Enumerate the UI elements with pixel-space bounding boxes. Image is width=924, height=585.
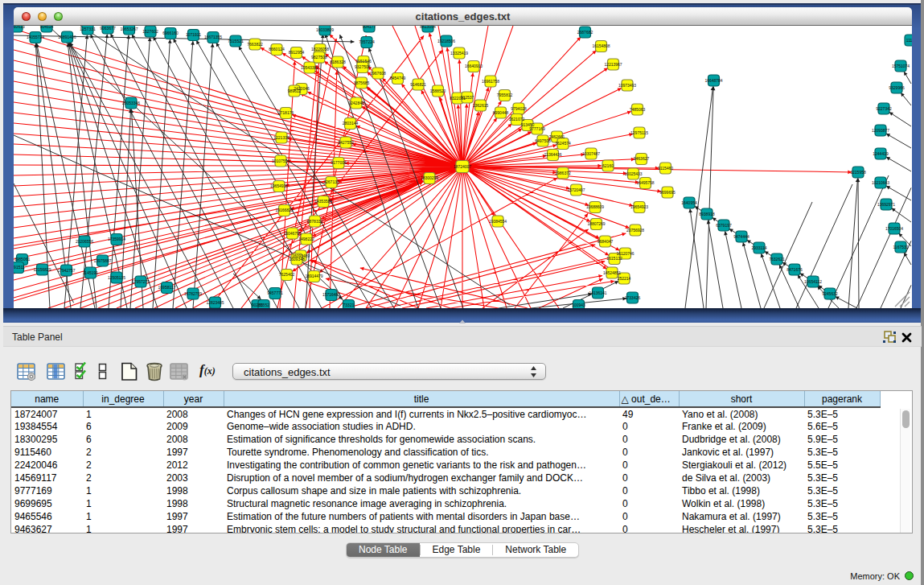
svg-text:8186328: 8186328 [330,60,346,64]
svg-text:1112: 1112 [906,38,912,43]
svg-text:10653267: 10653267 [120,27,138,31]
svg-text:1244419: 1244419 [873,151,889,156]
svg-text:12213967: 12213967 [604,62,622,67]
svg-text:3267130: 3267130 [323,179,339,184]
svg-text:6966160: 6966160 [162,31,179,35]
svg-text:18807269: 18807269 [587,221,605,226]
svg-text:3875685: 3875685 [354,80,370,85]
svg-text:1640954: 1640954 [681,200,697,205]
svg-text:12823485: 12823485 [206,300,224,305]
svg-text:9684047: 9684047 [598,239,614,244]
svg-text:16640910: 16640910 [465,64,483,68]
svg-text:17957275: 17957275 [132,279,150,284]
svg-text:15716485: 15716485 [322,292,340,297]
svg-text:252214: 252214 [618,276,631,281]
svg-text:8878332: 8878332 [307,219,323,224]
svg-text:9151546: 9151546 [355,59,372,64]
svg-text:1527602: 1527602 [142,29,158,34]
svg-text:8471676: 8471676 [786,267,803,272]
svg-text:20206556: 20206556 [76,239,93,244]
svg-text:19218506: 19218506 [437,39,455,43]
svg-text:7357224: 7357224 [359,39,375,44]
svg-text:13975887: 13975887 [93,258,111,263]
svg-text:9699695: 9699695 [659,190,676,195]
svg-text:81552: 81552 [258,303,269,307]
svg-text:9227342: 9227342 [876,106,892,111]
svg-text:12505135: 12505135 [108,275,125,280]
svg-text:904514: 904514 [40,26,54,29]
svg-text:2803144: 2803144 [343,121,359,126]
svg-text:7955812: 7955812 [497,93,513,97]
svg-text:9457771: 9457771 [267,290,283,295]
svg-text:14353584: 14353584 [314,199,332,204]
svg-text:1362615: 1362615 [473,103,489,108]
svg-text:100943: 100943 [572,303,585,307]
svg-text:9777169: 9777169 [529,126,545,131]
svg-text:19654923: 19654923 [630,204,648,209]
svg-text:19166825: 19166825 [275,208,293,212]
svg-text:17942757: 17942757 [57,268,75,273]
svg-text:1221338: 1221338 [273,135,290,140]
svg-text:16958117: 16958117 [158,285,176,290]
svg-text:989612: 989612 [288,89,302,93]
svg-text:10307487: 10307487 [582,151,600,156]
svg-text:391511: 391511 [14,265,25,270]
svg-text:13325419: 13325419 [450,51,468,56]
svg-text:2986372: 2986372 [555,171,571,175]
svg-text:7663822: 7663822 [247,42,263,47]
svg-text:1167531: 1167531 [893,245,908,249]
svg-text:6379197: 6379197 [716,223,732,228]
svg-text:1733426: 1733426 [625,295,641,300]
svg-text:20756928: 20756928 [626,228,644,233]
svg-text:16033809: 16033809 [316,27,334,32]
svg-text:16914479: 16914479 [305,274,322,278]
svg-text:10107554: 10107554 [272,159,290,163]
svg-text:9115460: 9115460 [658,166,673,171]
svg-text:12093877: 12093877 [872,128,889,133]
svg-text:1985061: 1985061 [14,257,31,262]
svg-text:9146821: 9146821 [410,82,426,87]
svg-text:16671355: 16671355 [204,35,222,39]
svg-text:17016504: 17016504 [885,226,903,231]
svg-text:16120746: 16120746 [616,251,634,256]
svg-text:8813054: 8813054 [420,26,436,29]
svg-text:19654935: 19654935 [270,183,288,188]
svg-text:9474444: 9474444 [733,234,749,239]
svg-text:17359914: 17359914 [108,237,125,241]
svg-text:10543382: 10543382 [301,65,318,70]
svg-text:2933114: 2933114 [751,245,766,250]
svg-text:2687682: 2687682 [577,30,593,35]
svg-text:3215958: 3215958 [850,170,866,175]
svg-text:9245632: 9245632 [822,291,838,296]
svg-text:2718176: 2718176 [278,110,294,115]
svg-text:7625402: 7625402 [279,272,295,277]
svg-text:2260613: 2260613 [14,26,25,29]
svg-text:1145191: 1145191 [83,270,98,275]
svg-text:8660124: 8660124 [269,47,285,51]
svg-text:2967608: 2967608 [370,71,386,76]
svg-text:7632621: 7632621 [769,257,785,262]
svg-text:1621072: 1621072 [509,117,525,122]
svg-text:904177: 904177 [363,26,376,29]
svg-text:18226058: 18226058 [311,47,329,51]
svg-text:16782759: 16782759 [184,291,202,296]
svg-text:8990448: 8990448 [493,110,509,115]
svg-text:21364436: 21364436 [544,152,561,157]
svg-text:9329966: 9329966 [889,85,905,90]
svg-text:8454749: 8454749 [390,76,406,80]
svg-text:10688609: 10688609 [586,204,604,209]
svg-text:7485063: 7485063 [630,107,646,112]
svg-text:16495758: 16495758 [636,180,654,185]
svg-text:912537: 912537 [461,95,474,100]
svg-text:14055724: 14055724 [27,35,44,39]
svg-text:8427552: 8427552 [338,140,354,145]
svg-text:9327508: 9327508 [355,64,371,69]
svg-text:16154808: 16154808 [592,43,610,48]
svg-text:10025433: 10025433 [624,171,642,176]
svg-text:1609348: 1609348 [289,257,305,262]
svg-text:1588520: 1588520 [430,89,446,93]
svg-text:7515521: 7515521 [228,39,244,43]
svg-text:7462661: 7462661 [549,134,565,139]
svg-text:62160: 62160 [602,163,614,168]
svg-text:16046795: 16046795 [283,231,301,236]
